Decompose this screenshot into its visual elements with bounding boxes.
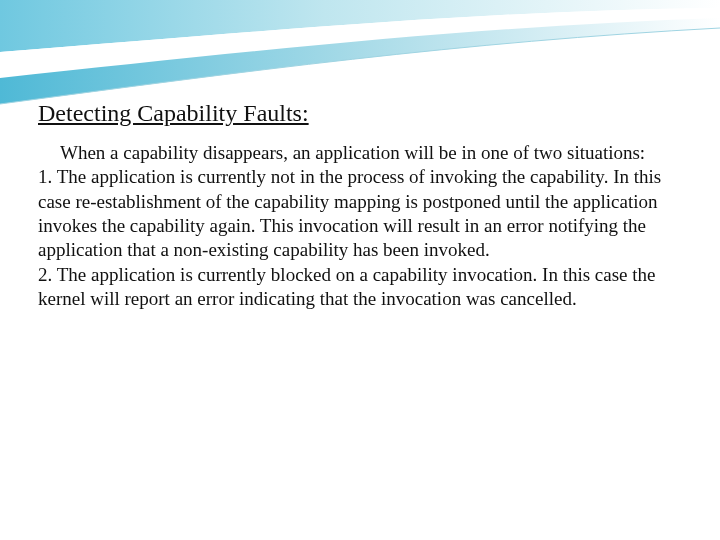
list-item-2: 2. The application is currently blocked … bbox=[38, 264, 656, 309]
intro-text: When a capability disappears, an applica… bbox=[38, 141, 682, 165]
slide-heading: Detecting Capability Faults: bbox=[38, 100, 682, 127]
slide-body: Detecting Capability Faults: When a capa… bbox=[38, 100, 682, 311]
list-item-1: 1. The application is currently not in t… bbox=[38, 166, 661, 260]
